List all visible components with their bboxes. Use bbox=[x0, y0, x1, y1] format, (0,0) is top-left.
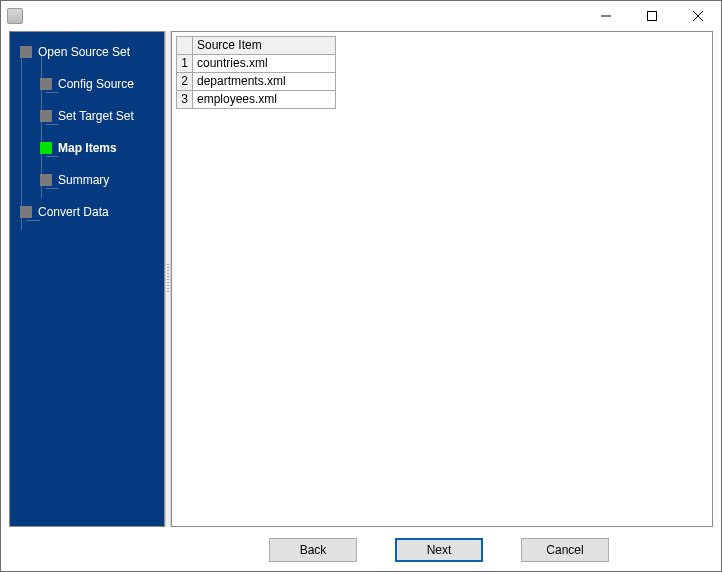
cell-source-item[interactable]: departments.xml bbox=[193, 73, 336, 91]
close-button[interactable] bbox=[675, 1, 721, 31]
svg-rect-1 bbox=[648, 12, 657, 21]
row-number[interactable]: 1 bbox=[177, 55, 193, 73]
step-label: Summary bbox=[58, 173, 109, 187]
table-corner[interactable] bbox=[177, 37, 193, 55]
table-row[interactable]: 2 departments.xml bbox=[177, 73, 336, 91]
step-label: Set Target Set bbox=[58, 109, 134, 123]
cell-source-item[interactable]: countries.xml bbox=[193, 55, 336, 73]
wizard-sidebar: Open Source Set Config Source bbox=[9, 31, 165, 527]
minimize-button[interactable] bbox=[583, 1, 629, 31]
wizard-step-open-source-set[interactable]: Open Source Set bbox=[14, 40, 160, 64]
step-box-icon bbox=[40, 110, 52, 122]
step-box-icon bbox=[40, 174, 52, 186]
step-label: Map Items bbox=[58, 141, 117, 155]
table-row[interactable]: 3 employees.xml bbox=[177, 91, 336, 109]
wizard-footer: Back Next Cancel bbox=[9, 527, 713, 563]
step-box-icon bbox=[20, 206, 32, 218]
wizard-step-set-target-set[interactable]: Set Target Set bbox=[14, 104, 160, 128]
app-window: Open Source Set Config Source bbox=[0, 0, 722, 572]
next-button[interactable]: Next bbox=[395, 538, 483, 562]
table-row[interactable]: 1 countries.xml bbox=[177, 55, 336, 73]
titlebar bbox=[1, 1, 721, 31]
close-icon bbox=[693, 11, 703, 21]
cancel-button[interactable]: Cancel bbox=[521, 538, 609, 562]
wizard-step-config-source[interactable]: Config Source bbox=[14, 72, 160, 96]
column-header-source-item[interactable]: Source Item bbox=[193, 37, 336, 55]
step-label: Open Source Set bbox=[38, 45, 130, 59]
back-button[interactable]: Back bbox=[269, 538, 357, 562]
row-number[interactable]: 3 bbox=[177, 91, 193, 109]
app-icon bbox=[7, 8, 23, 24]
step-box-icon bbox=[40, 78, 52, 90]
minimize-icon bbox=[601, 11, 611, 21]
source-item-table[interactable]: Source Item 1 countries.xml 2 department… bbox=[176, 36, 336, 109]
main-pane: Source Item 1 countries.xml 2 department… bbox=[171, 31, 713, 527]
maximize-icon bbox=[647, 11, 657, 21]
cell-source-item[interactable]: employees.xml bbox=[193, 91, 336, 109]
step-label: Config Source bbox=[58, 77, 134, 91]
wizard-step-summary[interactable]: Summary bbox=[14, 168, 160, 192]
row-number[interactable]: 2 bbox=[177, 73, 193, 91]
maximize-button[interactable] bbox=[629, 1, 675, 31]
step-label: Convert Data bbox=[38, 205, 109, 219]
wizard-step-map-items[interactable]: Map Items bbox=[14, 136, 160, 160]
splitter-grip-icon bbox=[167, 264, 169, 294]
step-box-icon bbox=[40, 142, 52, 154]
step-box-icon bbox=[20, 46, 32, 58]
